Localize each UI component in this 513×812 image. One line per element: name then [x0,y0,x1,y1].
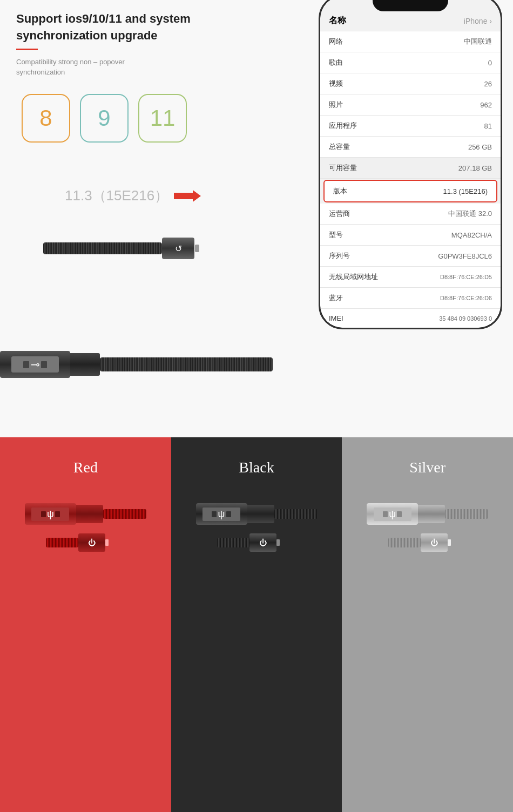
page-wrapper: Support ios9/10/11 and system synchroniz… [0,0,513,812]
table-row: 应用程序 81 [320,116,501,137]
red-rect-left [41,511,46,517]
silver-product-illustration: ψ ⏻ [353,503,502,552]
black-braid-2 [217,538,249,547]
table-row: 歌曲 0 [320,52,501,73]
color-panel-black: Black ψ [171,437,342,812]
phone-header-label: 名称 [329,15,346,26]
red-usb-icon: ψ [47,509,54,520]
usb-connector-group: ⊸ [0,351,100,378]
table-row: 运营商 中国联通 32.0 [320,204,501,225]
lightning-end-assembly: ↺ [43,238,199,259]
table-row-highlighted: 版本 11.3 (15E216) [323,180,497,202]
red-product-illustration: ψ ⏻ [11,503,160,552]
silver-lightning-body: ⏻ [421,533,448,552]
color-label-silver: Silver [409,459,446,476]
usb-connector-body: ⊸ [0,351,70,378]
silver-lightning-tip [448,539,451,546]
red-lightning-group: ⏻ [46,533,109,552]
black-power-icon: ⏻ [259,538,267,547]
black-rect-left [212,511,217,517]
color-panel-silver: Silver ψ [342,437,513,812]
red-usb-group: ψ [25,503,146,525]
black-usb-icon: ψ [218,509,225,520]
black-product-illustration: ψ ⏻ [182,503,332,552]
svg-marker-0 [174,190,201,202]
silver-braid-2 [388,538,421,547]
cable-braid-top [43,242,162,254]
black-strain-relief [247,505,274,523]
subtitle-line2: synchronization [16,67,254,78]
red-lightning-tip [105,539,109,546]
lightning-connector-body: ↺ [162,238,194,259]
version-indicator: 11.3（15E216） [65,186,201,205]
ios-badge-8: 8 [22,94,70,143]
ios-versions: 8 9 11 [22,94,254,143]
section-top: Support ios9/10/11 and system synchroniz… [0,0,513,437]
color-label-black: Black [239,459,274,476]
main-title: Support ios9/10/11 and system synchroniz… [16,11,254,44]
black-lightning-tip [276,539,280,546]
red-lightning-body: ⏻ [78,533,105,552]
table-row: 总容量 256 GB [320,137,501,158]
phone-header-value: iPhone › [464,17,492,25]
silver-strain-relief [418,505,445,523]
black-lightning-group: ⏻ [217,533,280,552]
black-rect-right [226,511,231,517]
usb-rect-right [41,361,47,368]
cable-product-image: ↺ ⊸ [0,232,356,394]
lightning-tip [195,245,199,252]
black-lightning-body: ⏻ [249,533,276,552]
section-bottom: Red ψ [0,437,513,812]
black-braid [274,509,318,519]
usb-rect-left [23,361,29,368]
silver-usb-body: ψ [367,503,418,525]
arrow-icon [174,190,201,202]
usb-symbol-icon: ⊸ [31,358,40,371]
subtitle-line1: Compatibility strong non – popover [16,57,254,67]
red-braid-2 [46,538,78,547]
silver-power-icon: ⏻ [430,538,438,547]
red-braid [103,509,146,519]
silver-braid [445,509,488,519]
table-row: 网络 中国联通 [320,31,501,52]
silver-rect-left [383,511,388,517]
table-row: 可用容量 207.18 GB [320,158,501,179]
black-usb-group: ψ [196,503,318,525]
ios-badge-9: 9 [80,94,129,143]
red-usb-body: ψ [25,503,76,525]
top-left-content: Support ios9/10/11 and system synchroniz… [16,11,254,143]
color-panel-red: Red ψ [0,437,171,812]
usb-strain-relief [70,353,100,376]
red-rect-right [55,511,60,517]
silver-rect-right [397,511,402,517]
table-row: 照片 962 [320,94,501,116]
silver-usb-icon: ψ [389,509,396,520]
phone-notch [373,0,448,11]
ios-badge-11: 11 [138,94,187,143]
silver-lightning-group: ⏻ [388,533,451,552]
table-row: 视频 26 [320,73,501,94]
refresh-icon: ↺ [175,243,182,254]
color-label-red: Red [73,459,98,476]
version-text: 11.3（15E216） [65,186,168,205]
red-strain-relief [76,505,103,523]
usb-end-assembly: ⊸ [0,351,273,378]
red-power-icon: ⏻ [88,538,96,547]
black-usb-body: ψ [196,503,247,525]
red-divider [16,49,38,50]
silver-usb-group: ψ [367,503,488,525]
cable-braid-bottom [100,357,273,371]
